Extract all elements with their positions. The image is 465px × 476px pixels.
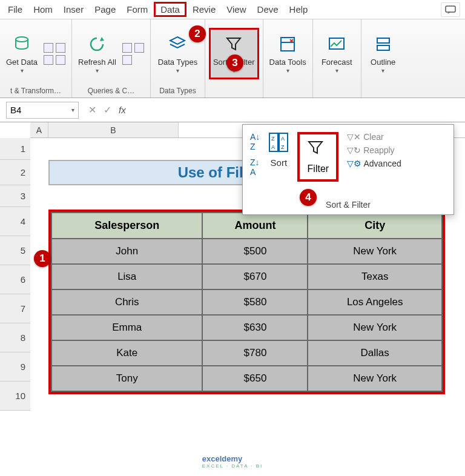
th-salesperson[interactable]: Salesperson [51,213,202,239]
enter-icon[interactable]: ✓ [104,104,111,116]
svg-rect-4 [329,38,344,49]
database-icon [11,33,33,55]
group-queries: Queries & C… [88,85,134,96]
svg-text:Z: Z [281,144,285,150]
refresh-label: Refresh All [78,58,116,67]
row-10[interactable]: 10 [0,382,30,411]
tab-formulas[interactable]: Form [122,2,153,17]
data-table: Salesperson Amount City John$500New York… [51,212,443,392]
row-6[interactable]: 6 [0,265,30,294]
svg-text:A: A [281,136,285,142]
forecast-icon [326,33,348,55]
th-city[interactable]: City [308,213,442,239]
sort-az-icon[interactable]: A↓Z [250,132,260,151]
data-types-icon [167,33,188,55]
outline-label: Outline [371,58,395,67]
name-box[interactable]: B4 [6,102,79,119]
get-data-mini-icons[interactable] [44,43,68,65]
col-B[interactable]: B [48,122,179,137]
svg-point-1 [16,37,28,42]
queries-mini-icons[interactable] [122,43,147,65]
formula-bar: B4 ✕ ✓ fx [0,98,465,122]
outline-icon [372,33,394,55]
table-row: Lisa$670Texas [51,264,442,289]
row-numbers: 1 2 3 4 5 6 7 8 9 10 [0,138,30,411]
data-tools-button[interactable]: Data Tools ▾ [267,31,309,76]
svg-text:Z: Z [271,136,275,142]
comments-icon[interactable] [441,2,460,17]
forecast-label: Forecast [322,58,352,67]
forecast-button[interactable]: Forecast ▾ [318,31,355,76]
group-get-transform: t & Transform… [10,85,61,96]
sort-filter-button[interactable]: Sort & Filter ▾ [209,28,259,79]
sort-filter-dropdown: A↓Z Z↓A ZAAZ Sort Filter ▽✕ Clear ▽↻ Rea… [242,124,454,215]
ribbon-tabs: File Hom Inser Page Form Data Revie View… [0,0,465,19]
sort-label: Sort [271,157,288,168]
col-A[interactable]: A [30,122,48,137]
svg-rect-5 [377,38,389,43]
th-amount[interactable]: Amount [202,213,308,239]
table-row: Tony$650New York [51,366,442,391]
watermark: exceldemy EXCEL · DATA · BI [202,454,263,469]
svg-rect-6 [377,45,389,50]
data-tools-icon [277,33,298,55]
svg-text:A: A [271,144,275,150]
data-types-label: Data Types [158,58,198,67]
tab-view[interactable]: View [222,2,251,17]
tab-review[interactable]: Revie [188,2,220,17]
tab-data[interactable]: Data [154,2,186,17]
callout-4: 4 [300,189,317,206]
get-data-button[interactable]: Get Data ▾ [4,31,40,76]
tab-help[interactable]: Help [285,2,313,17]
table-row: John$500New York [51,239,442,264]
reapply-icon: ▽↻ [347,145,363,155]
callout-3: 3 [226,55,243,71]
table-row: Kate$780Dallas [51,340,442,366]
fx-icon[interactable]: fx [119,105,126,115]
row-2[interactable]: 2 [0,160,30,185]
row-3[interactable]: 3 [0,185,30,207]
outline-button[interactable]: Outline ▾ [365,31,401,76]
sort-icon: ZAAZ [268,132,289,153]
name-box-value: B4 [10,105,21,115]
row-4[interactable]: 4 [0,207,30,236]
funnel-icon [307,139,329,161]
table-row: Chris$580Los Angeles [51,289,442,315]
filter-button[interactable]: Filter [297,132,338,182]
tab-home[interactable]: Hom [28,2,58,17]
tab-insert[interactable]: Inser [59,2,88,17]
table-row: Emma$630New York [51,315,442,340]
filter-label: Filter [308,164,329,174]
callout-1: 1 [34,250,51,267]
callout-2: 2 [189,25,206,42]
dropdown-footer: Sort & Filter [243,197,453,214]
sort-za-icon[interactable]: Z↓A [250,157,260,177]
clear-icon: ▽✕ [347,132,363,142]
group-data-types: Data Types [159,85,196,96]
tab-page[interactable]: Page [90,2,120,17]
get-data-label: Get Data [6,58,38,67]
data-tools-label: Data Tools [269,58,306,67]
advanced-icon: ▽⚙ [347,159,363,168]
row-1[interactable]: 1 [0,138,30,160]
clear-filter-button[interactable]: ▽✕ Clear [347,132,401,142]
row-5[interactable]: 5 [0,236,30,265]
advanced-filter-button[interactable]: ▽⚙ Advanced [347,159,401,168]
reapply-button[interactable]: ▽↻ Reapply [347,145,401,155]
tab-developer[interactable]: Deve [252,2,283,17]
sort-button[interactable]: ZAAZ Sort [268,132,289,168]
cancel-icon[interactable]: ✕ [88,104,96,116]
refresh-icon [86,33,108,55]
row-7[interactable]: 7 [0,294,30,323]
svg-rect-0 [446,6,455,12]
tab-file[interactable]: File [3,2,27,17]
row-9[interactable]: 9 [0,352,30,382]
refresh-all-button[interactable]: Refresh All ▾ [76,31,119,76]
funnel-icon [223,33,245,55]
row-8[interactable]: 8 [0,323,30,352]
data-table-wrap: Salesperson Amount City John$500New York… [48,210,445,394]
